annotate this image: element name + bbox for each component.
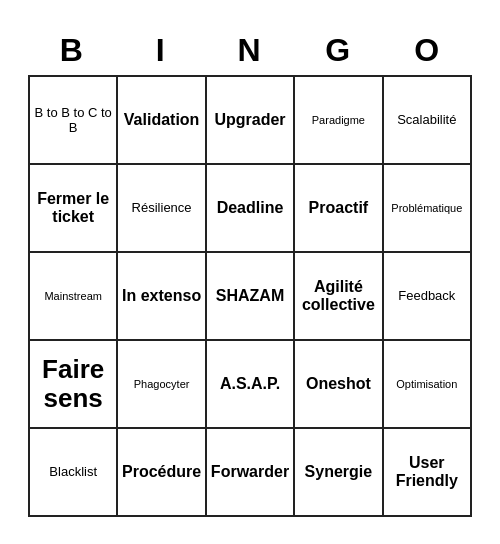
bingo-cell-24: User Friendly [384, 429, 472, 517]
bingo-header: BINGO [28, 28, 472, 73]
header-letter-N: N [206, 28, 295, 73]
bingo-card: BINGO B to B to C to BValidationUpgrader… [20, 20, 480, 525]
header-letter-I: I [117, 28, 206, 73]
bingo-cell-21: Procédure [118, 429, 206, 517]
bingo-cell-14: Feedback [384, 253, 472, 341]
bingo-cell-19: Optimisation [384, 341, 472, 429]
bingo-cell-2: Upgrader [207, 77, 295, 165]
bingo-cell-16: Phagocyter [118, 341, 206, 429]
bingo-cell-4: Scalabilité [384, 77, 472, 165]
bingo-cell-23: Synergie [295, 429, 383, 517]
bingo-cell-12: SHAZAM [207, 253, 295, 341]
bingo-cell-11: In extenso [118, 253, 206, 341]
bingo-cell-8: Proactif [295, 165, 383, 253]
bingo-cell-1: Validation [118, 77, 206, 165]
header-letter-O: O [383, 28, 472, 73]
bingo-cell-20: Blacklist [30, 429, 118, 517]
bingo-cell-3: Paradigme [295, 77, 383, 165]
bingo-cell-0: B to B to C to B [30, 77, 118, 165]
bingo-cell-5: Fermer le ticket [30, 165, 118, 253]
bingo-cell-17: A.S.A.P. [207, 341, 295, 429]
bingo-cell-18: Oneshot [295, 341, 383, 429]
header-letter-B: B [28, 28, 117, 73]
bingo-cell-6: Résilience [118, 165, 206, 253]
bingo-cell-15: Faire sens [30, 341, 118, 429]
bingo-cell-22: Forwarder [207, 429, 295, 517]
bingo-grid: B to B to C to BValidationUpgraderParadi… [28, 75, 472, 517]
bingo-cell-9: Problématique [384, 165, 472, 253]
bingo-cell-10: Mainstream [30, 253, 118, 341]
header-letter-G: G [294, 28, 383, 73]
bingo-cell-7: Deadline [207, 165, 295, 253]
bingo-cell-13: Agilité collective [295, 253, 383, 341]
